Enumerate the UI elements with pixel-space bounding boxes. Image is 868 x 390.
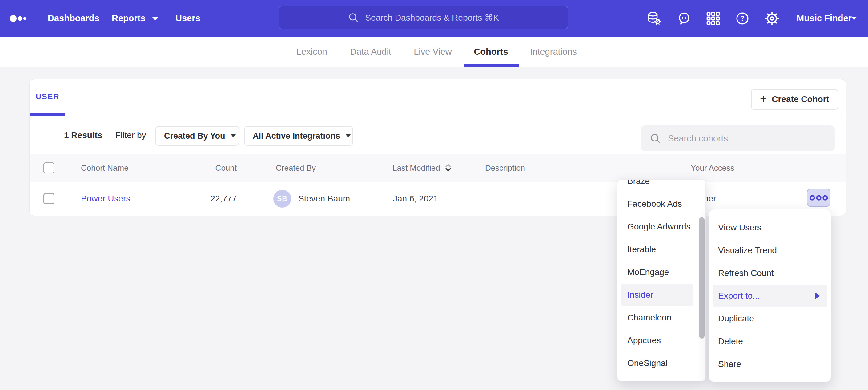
svg-text:?: ? (740, 14, 745, 23)
mixpanel-logo-icon[interactable] (9, 11, 29, 26)
menu-item-view-users[interactable]: View Users (709, 216, 831, 239)
global-search-input[interactable]: Search Dashboards & Reports ⌘K (279, 6, 568, 29)
search-icon (348, 12, 359, 23)
export-option-moengage[interactable]: MoEngage (617, 261, 697, 284)
last-modified-date: Jan 6, 2021 (393, 182, 438, 216)
menu-item-label: Export to... (718, 291, 760, 300)
chevron-down-icon (152, 17, 158, 21)
chevron-down-icon (231, 134, 236, 137)
created-by-name: Steven Baum (298, 182, 350, 216)
column-created-by[interactable]: Created By (276, 154, 316, 182)
export-option-appcues[interactable]: Appcues (617, 329, 697, 352)
tab-live-view[interactable]: Live View (414, 37, 452, 67)
nav-item-dashboards[interactable]: Dashboards (48, 0, 99, 37)
cohort-count: 22,777 (159, 182, 237, 216)
cohort-type-tabstrip: USER + Create Cohort (30, 79, 846, 116)
tab-integrations[interactable]: Integrations (530, 37, 577, 67)
global-search-placeholder: Search Dashboards & Reports ⌘K (365, 12, 499, 23)
menu-item-share[interactable]: Share (709, 353, 831, 376)
user-tab-underline (30, 113, 65, 116)
active-tab-underline (464, 64, 519, 67)
filter-label: All Active Integrations (253, 131, 340, 141)
scrollbar-thumb[interactable] (699, 217, 705, 338)
column-cohort-name[interactable]: Cohort Name (81, 154, 129, 182)
menu-item-export-to[interactable]: Export to... (713, 285, 827, 307)
table-header: Cohort Name Count Created By Last Modifi… (30, 154, 846, 182)
chevron-down-icon (346, 134, 350, 137)
cohort-search-input[interactable]: Search cohorts (641, 126, 835, 151)
plus-icon: + (760, 93, 767, 105)
create-cohort-label: Create Cohort (772, 94, 829, 104)
tab-lexicon[interactable]: Lexicon (297, 37, 327, 67)
nav-item-label: Reports (112, 13, 146, 23)
menu-item-refresh-count[interactable]: Refresh Count (709, 262, 831, 285)
chevron-down-icon[interactable] (851, 17, 857, 20)
data-management-icon[interactable] (647, 11, 661, 26)
project-selector[interactable]: Music Finder (797, 0, 852, 37)
search-icon (649, 133, 661, 144)
menu-item-duplicate[interactable]: Duplicate (709, 307, 831, 330)
cohorts-panel: USER + Create Cohort 1 Results Filter by… (29, 79, 846, 216)
menu-item-delete[interactable]: Delete (709, 330, 831, 353)
menu-item-visualize-trend[interactable]: Visualize Trend (709, 239, 831, 262)
help-icon[interactable]: ? (735, 11, 749, 26)
sort-icon[interactable] (444, 162, 453, 173)
export-destination-menu: Braze Facebook Ads Google Adwords Iterab… (617, 179, 706, 381)
nav-item-reports[interactable]: Reports (112, 0, 158, 37)
feedback-icon[interactable] (677, 11, 691, 26)
column-last-modified[interactable]: Last Modified (393, 154, 453, 182)
create-cohort-button[interactable]: + Create Cohort (751, 89, 838, 110)
filter-by-label: Filter by (116, 130, 146, 140)
more-options-icon (809, 194, 828, 201)
export-option-facebook-ads[interactable]: Facebook Ads (617, 193, 697, 215)
cohort-name-link[interactable]: Power Users (81, 182, 130, 216)
settings-gear-icon[interactable] (765, 11, 779, 26)
export-option-braze[interactable]: Braze (617, 180, 697, 193)
results-count: 1 Results (64, 130, 102, 140)
submenu-arrow-icon (815, 292, 820, 299)
select-all-checkbox[interactable] (43, 162, 55, 173)
apps-grid-icon[interactable] (706, 11, 720, 26)
avatar: SB (273, 190, 291, 207)
top-nav: Dashboards Reports Users Search Dashboar… (0, 0, 868, 37)
secondary-nav: Lexicon Data Audit Live View Cohorts Int… (0, 37, 868, 67)
export-option-iterable[interactable]: Iterable (617, 238, 697, 261)
column-label: Last Modified (393, 163, 440, 172)
tab-user[interactable]: USER (36, 79, 59, 114)
export-option-google-adwords[interactable]: Google Adwords (617, 215, 697, 238)
app: Dashboards Reports Users Search Dashboar… (0, 0, 868, 390)
row-actions-button[interactable] (807, 189, 831, 207)
export-option-insider[interactable]: Insider (621, 284, 693, 306)
column-your-access[interactable]: Your Access (691, 154, 735, 182)
nav-item-users[interactable]: Users (176, 0, 200, 37)
tab-cohorts[interactable]: Cohorts (474, 37, 508, 67)
column-count[interactable]: Count (159, 154, 237, 182)
export-menu-scroll-area: Braze Facebook Ads Google Adwords Iterab… (617, 180, 697, 381)
filter-integrations[interactable]: All Active Integrations (244, 126, 353, 146)
export-option-onesignal[interactable]: OneSignal (617, 352, 697, 375)
cohort-search-placeholder: Search cohorts (668, 133, 728, 143)
export-option-chameleon[interactable]: Chameleon (617, 306, 697, 329)
filter-label: Created By You (164, 131, 225, 141)
divider (697, 180, 698, 381)
column-description[interactable]: Description (485, 154, 525, 182)
tab-data-audit[interactable]: Data Audit (350, 37, 391, 67)
filter-bar: 1 Results Filter by Created By You All A… (30, 116, 846, 154)
filter-created-by[interactable]: Created By You (155, 126, 239, 146)
row-checkbox[interactable] (43, 193, 55, 204)
divider (107, 127, 107, 143)
cohort-actions-menu: View Users Visualize Trend Refresh Count… (709, 209, 831, 382)
